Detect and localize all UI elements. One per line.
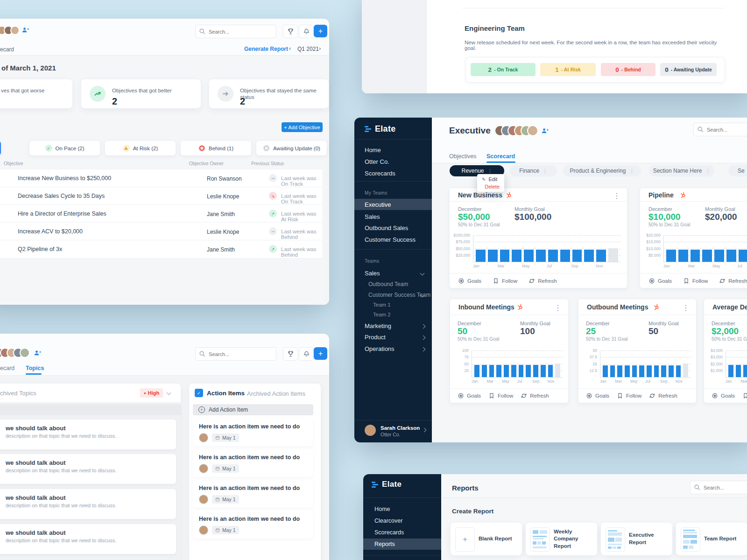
breadcrumb[interactable]: ecard bbox=[0, 46, 14, 53]
kebab-menu-icon[interactable] bbox=[630, 168, 634, 174]
filter-chip-behind[interactable]: Behind (1) bbox=[181, 141, 251, 155]
section-pill-finance[interactable]: Finance bbox=[510, 165, 557, 176]
action-items-tab-active[interactable]: Action Items bbox=[207, 390, 245, 397]
action-item-card[interactable]: Here is an action item we need to do May… bbox=[193, 449, 313, 477]
sidebar-item-scorecards[interactable]: Scorecards bbox=[365, 170, 395, 177]
filter-chip-awaiting[interactable]: Awaiting Update (0) bbox=[256, 141, 327, 155]
notifications-button[interactable] bbox=[299, 347, 314, 361]
menu-item-edit[interactable]: ✎Edit bbox=[477, 175, 504, 183]
table-row[interactable]: Increase ACV to $20,000 Leslie Knope Las… bbox=[0, 222, 322, 240]
sidebar-item-team-1[interactable]: Team 1 bbox=[373, 302, 391, 308]
report-template-executive[interactable]: Executive Report bbox=[601, 523, 672, 555]
table-row[interactable]: Decrease Sales Cycle to 35 Days Leslie K… bbox=[0, 187, 322, 205]
filter-chip-at-risk[interactable]: At Risk (2) bbox=[105, 141, 176, 155]
sidebar-item-sales[interactable]: Sales bbox=[365, 213, 380, 220]
add-person-icon[interactable] bbox=[21, 27, 29, 35]
report-template-weekly[interactable]: Weekly Company Report bbox=[526, 523, 597, 555]
archived-action-items-tab[interactable]: Archived Action Items bbox=[247, 390, 305, 397]
topic-card[interactable]: we should talk about description on that… bbox=[0, 454, 176, 484]
sidebar-item-reports-active[interactable]: Reports bbox=[363, 539, 441, 550]
goals-button[interactable]: Goals bbox=[648, 278, 672, 284]
sidebar-item-marketing[interactable]: Marketing bbox=[365, 322, 391, 329]
tab-topics-active[interactable]: Topics bbox=[26, 365, 44, 371]
report-template-blank[interactable]: + Blank Report bbox=[451, 523, 522, 555]
filter-chip-on-pace[interactable]: ✓ On Pace (2) bbox=[29, 141, 100, 155]
follow-button[interactable]: Follow bbox=[683, 278, 708, 284]
priority-badge-high[interactable]: ●High bbox=[140, 388, 163, 398]
trophy-button[interactable] bbox=[283, 25, 298, 38]
follow-button[interactable]: Follow bbox=[742, 392, 747, 399]
section-pill-product-engineering[interactable]: Product & Engineering bbox=[563, 165, 641, 176]
add-objective-button[interactable]: + Add Objective bbox=[282, 122, 323, 132]
goals-button[interactable]: Goals bbox=[712, 392, 735, 399]
add-person-icon[interactable] bbox=[34, 350, 42, 358]
goals-button[interactable]: Goals bbox=[458, 392, 481, 399]
follow-button[interactable]: Follow bbox=[617, 392, 641, 399]
archived-topics-tab[interactable]: chived Topics bbox=[0, 390, 36, 397]
report-template-team[interactable]: Team Report bbox=[676, 523, 747, 555]
sidebar-item-scorecards[interactable]: Scorecards bbox=[374, 529, 404, 536]
search-input[interactable] bbox=[706, 123, 747, 136]
sidebar-item-home[interactable]: Home bbox=[374, 506, 390, 512]
table-row[interactable]: Q2 Pipeline of 3x Jane Smith Last week w… bbox=[0, 240, 322, 259]
sidebar-item-team-2[interactable]: Team 2 bbox=[373, 312, 391, 317]
kebab-menu-icon[interactable] bbox=[613, 191, 620, 200]
menu-item-delete[interactable]: Delete bbox=[477, 183, 504, 190]
add-button[interactable] bbox=[314, 347, 327, 360]
section-pill-section-name[interactable]: Section Name Here bbox=[649, 165, 714, 176]
chevron-down-icon[interactable] bbox=[420, 271, 425, 276]
section-pill-partial[interactable]: Se bbox=[728, 165, 747, 176]
search-input[interactable] bbox=[208, 348, 275, 360]
search-input[interactable] bbox=[208, 25, 275, 38]
sidebar-item-home[interactable]: Home bbox=[365, 147, 381, 154]
add-action-item-bar[interactable]: + Add Action Item bbox=[193, 404, 313, 415]
sidebar-item-operations[interactable]: Operations bbox=[365, 345, 395, 352]
sidebar-item-outbound-sales[interactable]: Outbound Sales bbox=[365, 224, 408, 231]
chevron-right-icon[interactable]: › bbox=[319, 45, 321, 52]
add-person-icon[interactable] bbox=[541, 127, 549, 136]
follow-button[interactable]: Follow bbox=[493, 278, 517, 284]
table-row[interactable]: Hire a Director of Enterprise Sales Jane… bbox=[0, 204, 322, 223]
refresh-button[interactable]: Refresh bbox=[521, 392, 549, 399]
topic-card[interactable]: we should talk about description on that… bbox=[0, 489, 176, 519]
chevron-down-icon[interactable] bbox=[167, 391, 171, 395]
chevron-right-icon[interactable] bbox=[421, 336, 426, 340]
chevron-right-icon[interactable] bbox=[422, 428, 427, 433]
table-row[interactable]: Increase New Business to $250,000 Ron Sw… bbox=[0, 169, 322, 187]
trophy-button[interactable] bbox=[283, 347, 298, 361]
sidebar-item-product[interactable]: Product bbox=[365, 334, 386, 341]
sidebar-item-teams-sales[interactable]: Sales bbox=[365, 270, 380, 277]
add-topic-bar[interactable] bbox=[0, 404, 182, 415]
refresh-button[interactable]: Refresh bbox=[649, 392, 677, 399]
sidebar-item-executive-active[interactable]: Executive bbox=[354, 199, 432, 210]
chevron-right-icon[interactable] bbox=[421, 324, 426, 329]
sidebar-item-clearcover[interactable]: Clearcover bbox=[374, 518, 402, 524]
sidebar-item-customer-success[interactable]: Customer Success bbox=[365, 236, 416, 243]
follow-button[interactable]: Follow bbox=[488, 392, 513, 399]
add-button[interactable] bbox=[314, 25, 327, 37]
search-input[interactable] bbox=[703, 481, 747, 494]
kebab-menu-icon[interactable] bbox=[705, 168, 710, 174]
tab-scorecard[interactable]: ecard bbox=[0, 365, 14, 371]
goals-button[interactable]: Goals bbox=[586, 392, 609, 399]
action-item-card[interactable]: Here is an action item we need to do May… bbox=[193, 511, 313, 539]
tab-scorecard-active[interactable]: Scorecard bbox=[486, 153, 515, 160]
topic-card[interactable]: we should talk about description on that… bbox=[0, 420, 176, 449]
goals-button[interactable]: Goals bbox=[458, 278, 481, 284]
kebab-menu-icon[interactable] bbox=[554, 303, 562, 312]
filter-chip-selected[interactable] bbox=[0, 141, 1, 155]
sidebar-item-outbound-team[interactable]: Outbound Team bbox=[368, 281, 408, 287]
action-item-card[interactable]: Here is an action item we need to do May… bbox=[193, 419, 313, 446]
kebab-menu-icon[interactable] bbox=[682, 303, 690, 312]
generate-report-link[interactable]: Generate Report bbox=[244, 46, 288, 52]
tab-objectives[interactable]: Objectives bbox=[449, 153, 476, 160]
refresh-button[interactable]: Refresh bbox=[529, 278, 557, 284]
kebab-menu-icon[interactable] bbox=[543, 168, 548, 174]
chevron-left-icon[interactable]: ‹ bbox=[289, 45, 291, 52]
chevron-right-icon[interactable] bbox=[421, 347, 426, 352]
action-item-card[interactable]: Here is an action item we need to do May… bbox=[193, 480, 313, 508]
notifications-button[interactable] bbox=[299, 25, 314, 38]
sidebar-item-otter-co[interactable]: Otter Co. bbox=[365, 158, 389, 165]
topic-card[interactable]: we should talk about description on that… bbox=[0, 524, 176, 554]
kebab-menu-icon[interactable] bbox=[488, 168, 493, 174]
